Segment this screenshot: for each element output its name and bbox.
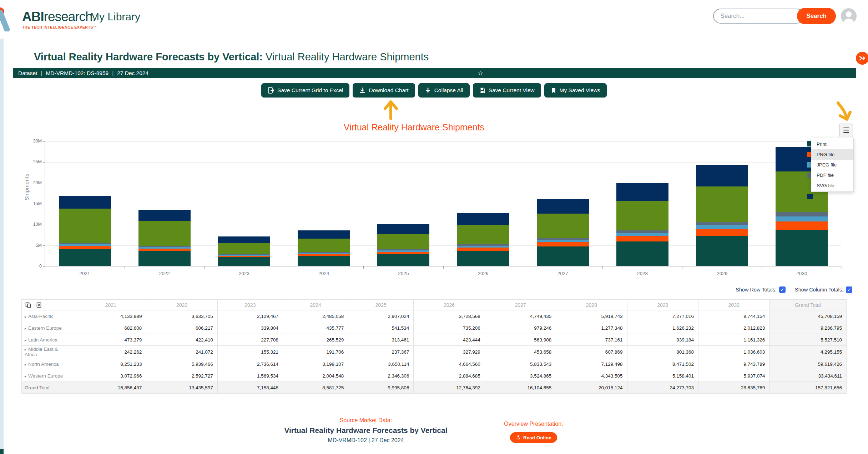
row-label[interactable]: ▸Western Europe [22,370,75,382]
row-label[interactable]: ▸Middle East & Africa [22,346,75,358]
table-cell: 735,206 [414,322,485,334]
bar-segment[interactable] [218,236,270,243]
table-cell: 737,161 [556,334,627,346]
data-grid: 2021202220232024202520262027202820292030… [21,299,847,394]
table-cell: 327,929 [414,346,485,358]
y-tick-label: 0 [24,264,42,269]
bar-segment[interactable] [457,248,509,251]
bar-segment[interactable] [457,213,509,225]
bar-segment[interactable] [537,240,589,243]
my-saved-views-button[interactable]: My Saved Views [544,83,607,98]
save-grid-to-excel-button[interactable]: Save Current Grid to Excel [261,83,349,98]
avatar[interactable] [841,8,857,24]
bar-segment[interactable] [298,256,350,266]
copy-grid-icon[interactable] [25,302,31,308]
bar-segment[interactable] [537,214,589,238]
bar-segment[interactable] [776,216,828,221]
menu-item-jpeg-file[interactable]: JPEG file [811,160,853,170]
bar-segment[interactable] [298,239,350,252]
bar-segment[interactable] [377,224,429,234]
table-cell: 435,777 [283,322,348,334]
bar-segment[interactable] [696,229,748,236]
bar-segment[interactable] [457,225,509,244]
bar-segment[interactable] [616,201,668,230]
download-chart-button[interactable]: Download Chart [353,83,415,98]
expand-caret-icon[interactable]: ▸ [25,315,26,319]
table-cell: 20,015,124 [556,382,627,394]
bar-segment[interactable] [218,257,270,266]
expand-caret-icon[interactable]: ▸ [25,326,26,330]
bar-segment[interactable] [537,242,589,246]
bar-segment[interactable] [59,249,111,266]
bar-segment[interactable] [616,236,668,241]
share-button[interactable] [856,52,868,65]
legend-swatch-Western Europe[interactable] [807,194,813,199]
column-header-2023: 2023 [217,300,283,310]
column-header-2021: 2021 [75,300,146,310]
read-online-button[interactable]: Read Online [510,432,557,443]
bar-segment[interactable] [776,230,828,266]
row-label[interactable]: ▸Eastern Europe [22,322,75,334]
table-cell: 265,529 [283,334,348,346]
y-tick-label: 25M [24,159,42,164]
bar-segment[interactable] [138,249,191,251]
x-tick-mark [125,266,125,269]
bar-segment[interactable] [696,225,748,229]
row-total-cell: 9,236,795 [769,322,847,334]
gridline [45,162,841,163]
bar-segment[interactable] [616,230,668,233]
bar-segment[interactable] [696,186,748,222]
bar-segment[interactable] [457,251,509,266]
x-tick-mark [204,266,205,269]
bar-segment[interactable] [616,233,668,236]
expand-caret-icon[interactable]: ▸ [25,363,26,366]
bar-segment[interactable] [776,221,828,230]
favorite-star-icon[interactable]: ☆ [478,69,483,77]
toolbar: Save Current Grid to Excel Download Char… [0,83,868,98]
brand-text: ABIresearch. [22,9,97,24]
menu-item-svg-file[interactable]: SVG file [811,180,853,191]
bar-segment[interactable] [776,212,828,216]
menu-item-pdf-file[interactable]: PDF file [811,170,853,180]
x-tick-mark [842,266,842,269]
chart-context-menu-button[interactable]: ☰ [839,124,853,137]
bar-segment[interactable] [537,246,589,266]
bar-segment[interactable] [298,230,350,239]
bar-segment[interactable] [59,246,111,249]
bar-segment[interactable] [59,209,111,243]
bar-segment[interactable] [377,234,429,250]
bar-segment[interactable] [138,251,191,266]
abi-logo[interactable]: ABIresearch. THE TECH INTELLIGENCE EXPER… [0,6,97,31]
row-label[interactable]: ▸Asia-Pacific [22,310,75,322]
table-cell: 453,658 [485,346,556,358]
bar-segment[interactable] [138,221,191,246]
bar-segment[interactable] [537,199,589,214]
source-market-data-block: Source Market Data: Virtual Reality Hard… [250,417,482,444]
bar-segment[interactable] [59,196,111,209]
bar-segment[interactable] [218,243,270,254]
save-current-view-button[interactable]: Save Current View [473,83,541,98]
row-label[interactable]: ▸Latin America [22,334,75,346]
x-tick-label: 2021 [64,271,106,276]
column-header-grand-total: Grand Total [769,300,847,310]
bar-segment[interactable] [138,210,191,221]
bar-segment[interactable] [696,236,748,266]
export-excel-icon[interactable] [36,302,42,308]
row-label[interactable]: ▸North America [22,358,75,370]
menu-item-print[interactable]: Print [811,139,853,149]
menu-item-png-file[interactable]: PNG file [811,149,853,160]
expand-caret-icon[interactable]: ▸ [25,348,26,351]
table-cell: 606,217 [146,322,217,334]
bar-segment[interactable] [616,241,668,266]
bar-segment[interactable] [377,254,429,266]
collapse-all-button[interactable]: Collapse All [418,83,470,98]
search-button[interactable]: Search [797,8,836,24]
bar-segment[interactable] [696,222,748,225]
bar-segment[interactable] [616,183,668,201]
expand-caret-icon[interactable]: ▸ [25,374,26,378]
show-column-totals-checkbox[interactable]: ✓ [846,286,852,293]
expand-caret-icon[interactable]: ▸ [25,338,26,342]
bar-segment[interactable] [696,165,748,186]
show-row-totals-checkbox[interactable]: ✓ [779,286,786,293]
search-input[interactable] [713,9,804,24]
